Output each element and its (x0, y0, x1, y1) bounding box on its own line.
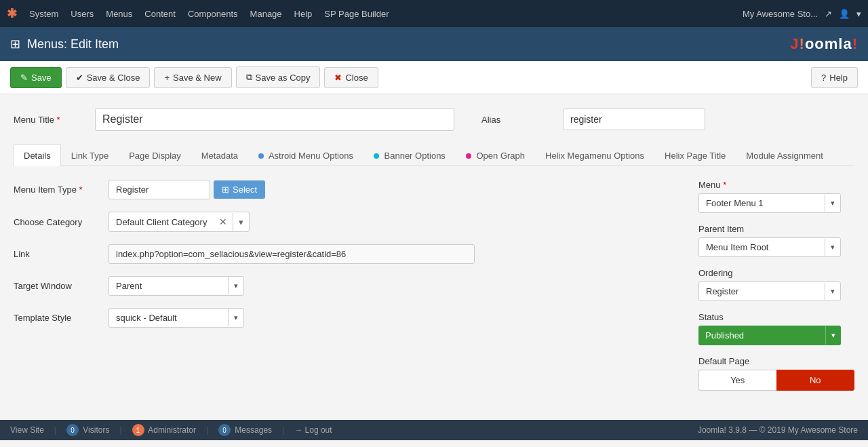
logout-link[interactable]: → Log out (294, 425, 332, 435)
link-row: Link (14, 244, 678, 264)
copy-icon: ⧉ (246, 72, 252, 83)
view-site-link[interactable]: View Site (10, 425, 44, 435)
default-page-yes-button[interactable]: Yes (698, 370, 776, 391)
sidebar-parent-dropdown-icon[interactable]: ▾ (825, 239, 840, 256)
tab-banner[interactable]: Banner Options (363, 144, 456, 166)
user-icon[interactable]: 👤 (839, 9, 850, 19)
grid-menu-icon[interactable]: ⊞ (10, 37, 20, 52)
target-window-dropdown-icon[interactable]: ▾ (228, 277, 243, 294)
alias-label: Alias (481, 115, 549, 125)
tab-astroid[interactable]: Astroid Menu Options (248, 144, 363, 166)
category-dropdown-icon[interactable]: ▾ (233, 213, 249, 231)
target-window-wrapper[interactable]: Parent ▾ (108, 276, 244, 296)
menu-item-type-label: Menu Item Type (14, 184, 108, 195)
sidebar-status-section: Status Published ▾ (698, 312, 854, 345)
sidebar-menu-section: Menu Footer Menu 1 ▾ (698, 180, 854, 213)
nav-manage[interactable]: Manage (250, 9, 282, 19)
nav-help[interactable]: Help (294, 9, 313, 19)
sidebar-parent-label: Parent Item (698, 224, 854, 234)
tab-module-assignment[interactable]: Module Assignment (736, 144, 833, 166)
choose-category-row: Choose Category Default Client Category … (14, 212, 678, 232)
nav-system[interactable]: System (29, 9, 58, 19)
sidebar-ordering-dropdown-icon[interactable]: ▾ (825, 283, 840, 300)
navbar-right: My Awesome Sto... ↗ 👤 ▾ (743, 9, 861, 19)
banner-dot (374, 153, 379, 159)
save-icon: ✎ (20, 73, 28, 83)
tab-open-graph[interactable]: Open Graph (456, 144, 535, 166)
sidebar-status-value: Published (698, 326, 825, 345)
menu-title-input[interactable] (95, 108, 454, 131)
admin-badge: 1 (132, 424, 144, 436)
target-window-label: Target Window (14, 281, 108, 291)
form-main: Menu Item Type Register ⊞ Select Choose … (14, 180, 854, 402)
choose-category-label: Choose Category (14, 217, 108, 227)
template-style-row: Template Style squick - Default ▾ (14, 308, 678, 328)
tab-link-type[interactable]: Link Type (61, 144, 119, 166)
joomla-icon[interactable]: ✱ (7, 6, 17, 21)
help-button[interactable]: ? Help (811, 67, 858, 88)
logout-icon: → (294, 425, 302, 435)
category-clear-icon[interactable]: ✕ (214, 212, 233, 231)
save-button[interactable]: ✎ Save (10, 67, 62, 88)
link-label: Link (14, 249, 108, 259)
admin-section: 1 Administrator (132, 424, 196, 436)
toolbar: ✎ Save ✔ Save & Close + Save & New ⧉ Sav… (0, 61, 868, 94)
default-page-no-button[interactable]: No (776, 370, 855, 391)
target-window-row: Target Window Parent ▾ (14, 276, 678, 296)
save-close-button[interactable]: ✔ Save & Close (66, 67, 151, 88)
save-new-button[interactable]: + Save & New (154, 67, 231, 88)
save-copy-button[interactable]: ⧉ Save as Copy (236, 66, 321, 88)
sidebar-default-page-section: Default Page Yes No (698, 356, 854, 391)
tab-metadata[interactable]: Metadata (191, 144, 248, 166)
sidebar-menu-dropdown[interactable]: Footer Menu 1 ▾ (698, 193, 841, 213)
close-button[interactable]: ✖ Close (324, 67, 378, 88)
nav-components[interactable]: Components (188, 9, 238, 19)
sidebar-ordering-dropdown[interactable]: Register ▾ (698, 281, 841, 301)
sidebar-parent-dropdown[interactable]: Menu Item Root ▾ (698, 237, 841, 257)
question-icon: ? (821, 73, 826, 83)
footer-divider-4: | (282, 425, 284, 435)
visitors-label[interactable]: Visitors (83, 425, 109, 435)
tab-helix-page-title[interactable]: Helix Page Title (654, 144, 736, 166)
alias-input[interactable] (563, 109, 705, 130)
nav-menus[interactable]: Menus (106, 9, 132, 19)
template-style-wrapper[interactable]: squick - Default ▾ (108, 308, 244, 328)
user-dropdown-icon[interactable]: ▾ (856, 9, 861, 19)
template-style-dropdown-icon[interactable]: ▾ (228, 309, 243, 326)
visitors-section: 0 Visitors (66, 424, 109, 436)
sidebar-menu-value: Footer Menu 1 (699, 194, 825, 212)
sidebar-parent-section: Parent Item Menu Item Root ▾ (698, 224, 854, 257)
sidebar-status-dropdown[interactable]: Published ▾ (698, 326, 841, 345)
sidebar-status-dropdown-icon[interactable]: ▾ (825, 326, 841, 345)
sidebar-menu-dropdown-icon[interactable]: ▾ (825, 195, 840, 212)
sidebar-ordering-section: Ordering Register ▾ (698, 268, 854, 301)
choose-category-wrapper[interactable]: Default Client Category ✕ ▾ (108, 212, 250, 232)
messages-section: 0 Messages (218, 424, 272, 436)
footer-divider-3: | (206, 425, 208, 435)
grid-icon: ⊞ (222, 184, 229, 195)
nav-sp-page-builder[interactable]: SP Page Builder (324, 9, 389, 19)
joomla-logo-text: J!oomla! (790, 35, 858, 53)
admin-label[interactable]: Administrator (148, 425, 196, 435)
messages-label[interactable]: Messages (235, 425, 272, 435)
tab-helix-megamenu[interactable]: Helix Megamenu Options (535, 144, 654, 166)
target-window-value: Parent (109, 277, 228, 295)
page-title: Menus: Edit Item (27, 37, 119, 52)
visitors-badge: 0 (66, 424, 79, 436)
sidebar-parent-value: Menu Item Root (699, 238, 825, 256)
tab-details[interactable]: Details (14, 144, 61, 166)
form-right: Menu Footer Menu 1 ▾ Parent Item Menu It… (698, 180, 854, 402)
sidebar-status-label: Status (698, 312, 854, 322)
footer-version: Joomla! 3.9.8 — © 2019 My Awesome Store (698, 425, 858, 435)
open-graph-dot (466, 153, 471, 159)
footer-divider-2: | (119, 425, 121, 435)
nav-content[interactable]: Content (144, 9, 176, 19)
site-name[interactable]: My Awesome Sto... (743, 9, 818, 19)
nav-users[interactable]: Users (71, 9, 94, 19)
header-bar: ⊞ Menus: Edit Item J!oomla! (0, 27, 868, 61)
tab-page-display[interactable]: Page Display (119, 144, 191, 166)
link-input (108, 244, 475, 264)
close-icon: ✖ (334, 73, 342, 83)
external-link-icon[interactable]: ↗ (825, 9, 832, 19)
select-button[interactable]: ⊞ Select (214, 180, 265, 199)
